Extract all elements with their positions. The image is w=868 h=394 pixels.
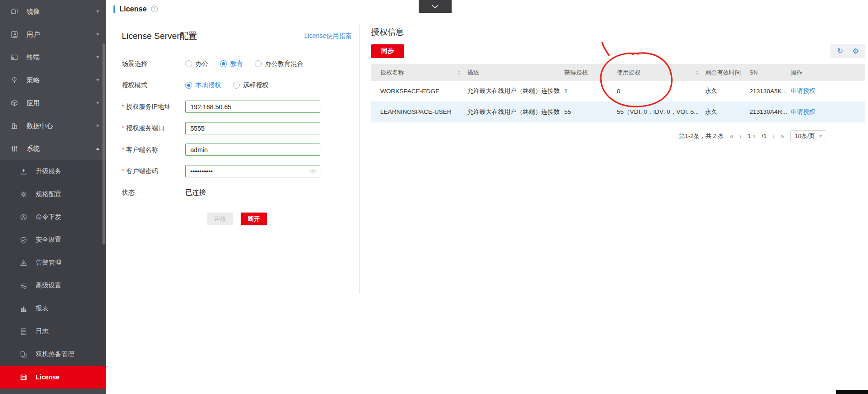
sort-icon[interactable]: ▲▼	[458, 70, 461, 75]
page-size-select[interactable]: 10条/页 ▾	[790, 130, 826, 142]
auth-mode-radio-group: 本地授权 远程授权	[185, 81, 280, 90]
cell-granted: 1	[564, 81, 617, 101]
sidebar-item-mirror[interactable]: 镜像 ▼	[0, 0, 106, 23]
column-header-desc: 描述	[467, 64, 564, 81]
cell-action: 申请授权	[791, 101, 865, 122]
authorization-info-title: 授权信息	[371, 27, 865, 37]
title-accent-bar	[113, 5, 115, 13]
sidebar-item-datacenter[interactable]: 数据中心 ▼	[0, 114, 106, 137]
cell-valid: 永久	[705, 101, 749, 122]
apply-license-link[interactable]: 申请授权	[791, 87, 815, 94]
sidebar-item-logs[interactable]: 日志	[0, 320, 106, 343]
sidebar-scrollbar[interactable]	[102, 43, 105, 245]
radio-office-education-mix[interactable]: 办公教育混合	[255, 60, 303, 68]
server-ip-row: *授权服务IP地址	[122, 101, 352, 113]
sidebar-item-label: 命令下发	[36, 213, 106, 221]
server-ip-label: 授权服务IP地址	[126, 103, 170, 110]
sidebar-item-label: 用户	[27, 30, 96, 39]
taskbar-corner	[836, 390, 868, 394]
help-icon[interactable]: ?	[151, 5, 158, 12]
sidebar-item-terminal[interactable]: 终端 ▼	[0, 46, 106, 69]
server-port-input[interactable]	[185, 122, 320, 134]
system-sliders-icon	[10, 144, 18, 153]
system-submenu: 升级服务 规格配置 命令下发 安全设置	[0, 160, 106, 389]
chevron-down-icon	[431, 2, 439, 11]
server-port-row: *授权服务端口	[122, 122, 352, 134]
chevron-down-icon: ▾	[819, 133, 822, 138]
sort-icon[interactable]: ▲▼	[695, 70, 699, 75]
sidebar-item-security-settings[interactable]: 安全设置	[0, 229, 106, 251]
sidebar-item-users[interactable]: 用户 ▼	[0, 23, 106, 46]
sidebar-item-command-dispatch[interactable]: 命令下发	[0, 206, 106, 229]
client-name-label: 客户端名称	[126, 146, 158, 153]
connect-buttons-row: 连接 断开	[207, 213, 352, 225]
last-page-icon[interactable]: »	[781, 133, 784, 139]
first-page-icon[interactable]: «	[730, 133, 733, 139]
cell-granted: 55	[564, 101, 617, 122]
sidebar-item-license[interactable]: License	[0, 366, 106, 389]
sidebar-item-reports[interactable]: 报表	[0, 297, 106, 320]
disconnect-button[interactable]: 断开	[241, 213, 267, 225]
page-header: License ?	[106, 0, 868, 18]
list-gear-icon	[19, 282, 27, 290]
sidebar-item-apps[interactable]: 应用 ▼	[0, 91, 106, 114]
sidebar-item-spec-config[interactable]: 规格配置	[0, 183, 106, 206]
sidebar-item-upgrade-service[interactable]: 升级服务	[0, 160, 106, 183]
chevron-down-icon: ▼	[95, 123, 101, 128]
sidebar-item-system[interactable]: 系统 ▲	[0, 137, 106, 160]
radio-education[interactable]: 教育	[220, 60, 243, 68]
chevron-down-icon: ▼	[95, 78, 101, 82]
radio-icon	[233, 82, 240, 89]
document-icon	[19, 327, 27, 335]
client-password-input[interactable]	[185, 165, 320, 177]
cell-name: LEARNINGSPACE-USER	[371, 101, 467, 122]
sidebar-item-ha-management[interactable]: 双机热备管理	[0, 343, 106, 366]
sidebar-item-label: 日志	[36, 327, 106, 335]
collapse-panel-tab[interactable]	[419, 0, 452, 13]
sidebar-item-label: 升级服务	[36, 167, 106, 176]
cell-desc: 允许最大在线用户（终端）连接数	[467, 101, 564, 122]
chevron-down-icon: ∨	[753, 134, 756, 138]
chevron-down-icon: ▼	[95, 55, 101, 59]
license-config-form: 场景选择 办公 教育 办公教育混合	[122, 58, 352, 225]
radio-local-auth[interactable]: 本地授权	[185, 81, 221, 90]
cell-action: 申请授权	[791, 81, 865, 101]
terminal-icon	[10, 53, 18, 61]
sync-button[interactable]: 同步	[371, 44, 404, 58]
bar-chart-icon	[19, 304, 27, 313]
license-guide-link[interactable]: License使用指南	[304, 32, 352, 40]
client-name-input[interactable]	[185, 144, 320, 156]
radio-icon	[255, 60, 262, 67]
circled-a-icon	[19, 213, 27, 221]
cell-used: 0	[617, 81, 705, 101]
page-title: License	[119, 5, 147, 13]
radio-icon	[185, 60, 192, 67]
sidebar-item-label: 系统	[27, 144, 96, 153]
eye-icon[interactable]	[309, 168, 317, 177]
refresh-icon[interactable]: ↻	[837, 48, 843, 55]
connection-status: 已连接	[185, 188, 206, 197]
warning-triangle-icon	[19, 259, 27, 267]
license-server-config-panel: License Server配置 License使用指南 场景选择 办公 教育	[106, 18, 359, 225]
column-settings-icon[interactable]: ⚙	[852, 48, 859, 55]
client-password-label: 客户端密码	[126, 167, 158, 175]
radio-remote-auth[interactable]: 远程授权	[233, 81, 269, 90]
sidebar-item-label: 终端	[27, 53, 96, 62]
server-ip-input[interactable]	[185, 101, 320, 113]
sidebar-item-advanced-settings[interactable]: 高级设置	[0, 274, 106, 297]
client-name-row: *客户端名称	[122, 144, 352, 156]
next-page-icon[interactable]: ›	[772, 133, 775, 139]
sidebar-item-label: 镜像	[27, 7, 96, 16]
apply-license-link[interactable]: 申请授权	[791, 108, 815, 115]
sidebar-item-label: 安全设置	[36, 236, 106, 244]
server-port-label: 授权服务端口	[126, 124, 164, 132]
sidebar-item-alarm-management[interactable]: 告警管理	[0, 251, 106, 274]
page-size-value: 10条/页	[795, 132, 815, 140]
connect-button[interactable]: 连接	[207, 213, 233, 225]
current-page-select[interactable]: 1 ∨	[748, 133, 756, 139]
pagination: 第1-2条，共 2 条 « ‹ 1 ∨ /1 › » 10条/页 ▾	[371, 130, 865, 142]
prev-page-icon[interactable]: ‹	[739, 133, 742, 139]
panel-title: License Server配置	[122, 30, 197, 42]
radio-office[interactable]: 办公	[185, 60, 208, 68]
sidebar-item-policy[interactable]: 策略 ▼	[0, 69, 106, 91]
